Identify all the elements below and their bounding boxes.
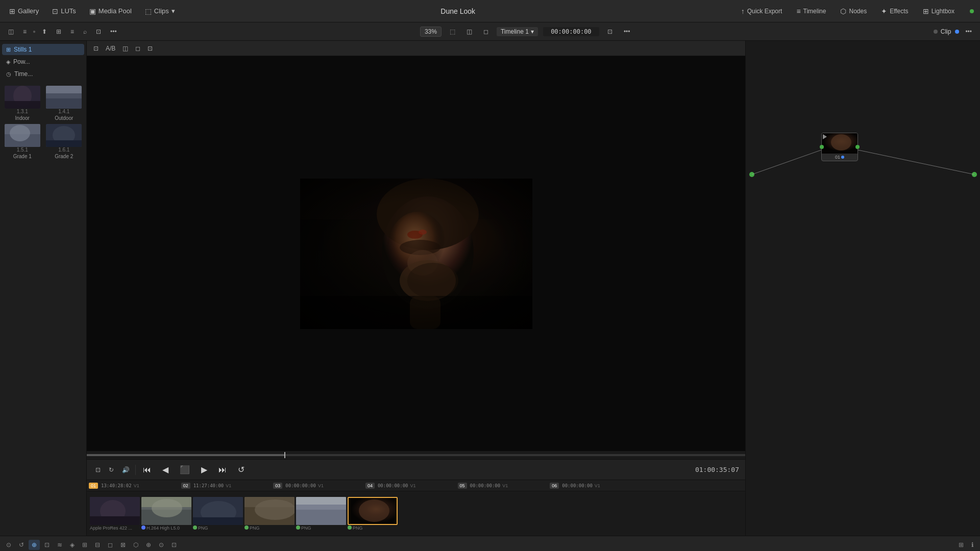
color-tool-btn8[interactable]: ⊟: [92, 540, 103, 550]
more-btn[interactable]: •••: [107, 27, 120, 37]
second-bar-more-btn[interactable]: •••: [962, 27, 975, 37]
top-bar-center: Dune Look: [182, 7, 734, 15]
still-item-outdoor[interactable]: 1.4.1 Outdoor: [45, 86, 84, 121]
audio-btn[interactable]: 🔊: [119, 465, 132, 475]
viewer-mode-btn2[interactable]: ◫: [463, 27, 475, 37]
grid-view-btn[interactable]: ⊞: [53, 27, 64, 37]
node-play-indicator: [823, 134, 827, 139]
playback-monitor-btn[interactable]: ⊡: [91, 43, 101, 54]
clip-thumb-05: [296, 497, 346, 525]
still-thumb-outdoor: [46, 86, 82, 109]
lightbox-menu-item[interactable]: ⊞ Lightbox: [920, 5, 958, 17]
color-tool-btn5[interactable]: ≋: [54, 540, 65, 550]
zoom-indicator[interactable]: 33%: [420, 27, 442, 37]
clip-cell-06[interactable]: PNG: [348, 497, 398, 531]
color-tool-btn3-active[interactable]: ⊕: [29, 540, 40, 550]
color-tool-btn14[interactable]: ⊡: [168, 540, 180, 550]
timeline-name-chevron: ▾: [531, 28, 534, 35]
color-tool-btn7[interactable]: ⊞: [79, 540, 90, 550]
loop2-btn[interactable]: ↺: [234, 463, 249, 477]
loop-btn[interactable]: ↻: [106, 465, 116, 475]
scrub-bar[interactable]: [87, 454, 745, 456]
still-thumb-grade1: [5, 124, 40, 147]
effects-label: Effects: [890, 8, 908, 15]
color-tool-info-btn[interactable]: ℹ: [968, 540, 977, 550]
view-toggle-btn[interactable]: ≡: [20, 27, 30, 37]
clips-menu-item[interactable]: ⬚ Clips ▾: [142, 5, 178, 17]
fit-btn[interactable]: ⊡: [93, 27, 104, 37]
clip-thumb-02: [141, 497, 191, 525]
second-bar-center: 33% ⬚ ◫ ◻ Timeline 1 ▾ 00:00:00:00 ⊡ •••: [123, 27, 930, 37]
node-blue-dot: [841, 156, 844, 159]
time-tab[interactable]: ◷ Time...: [2, 68, 84, 80]
viewer-frame: [87, 56, 745, 451]
still-thumb-grade2: [46, 124, 82, 147]
color-tool-btn9[interactable]: ◻: [105, 540, 116, 550]
playback-toolbar: ⊡ A/B ◫ ◻ ⊡: [87, 41, 745, 56]
clip-img-02: [141, 497, 191, 525]
color-tool-btn4[interactable]: ⊡: [41, 540, 53, 550]
color-tool-btn2[interactable]: ↺: [16, 540, 27, 550]
center-area: ⊡ A/B ◫ ◻ ⊡: [87, 41, 745, 536]
stills-tab[interactable]: ⊞ Stills 1: [2, 44, 84, 55]
viewer-extra-btn1[interactable]: ⊡: [604, 27, 616, 37]
stop-btn[interactable]: ⬛: [176, 463, 194, 477]
svg-rect-5: [46, 86, 82, 93]
color-tool-btn10[interactable]: ⊠: [117, 540, 129, 550]
color-tool-btn1[interactable]: ⊙: [3, 540, 14, 550]
effects-menu-item[interactable]: ✦ Effects: [878, 5, 911, 17]
nodes-menu-item[interactable]: ⬡ Nodes: [837, 5, 870, 17]
color-tool-btn13[interactable]: ⊙: [156, 540, 167, 550]
quick-export-icon: ↑: [741, 7, 745, 15]
still-image-grade1: [5, 124, 40, 147]
color-tool-expand-btn[interactable]: ⊞: [955, 540, 967, 550]
still-item-grade2[interactable]: 1.6.1 Grade 2: [45, 124, 84, 159]
viewer-mode-btn3[interactable]: ◻: [480, 27, 492, 37]
playback-split-btn[interactable]: ◫: [120, 43, 131, 54]
play-btn[interactable]: ▶: [197, 463, 211, 477]
still-thumb-indoor: [5, 86, 40, 109]
scrub-bar-container[interactable]: [87, 451, 745, 459]
left-panel: ⊞ Stills 1 ◈ Pow... ◷ Time...: [0, 41, 87, 536]
skip-start-btn[interactable]: ⏮: [139, 463, 155, 477]
timeline-clip-headers: 01 13:40:28:02 V1 02 11:27:40:00 V1 03 0…: [89, 483, 600, 489]
color-tool-btn12[interactable]: ⊕: [143, 540, 154, 550]
luts-menu-item[interactable]: ⊡ LUTs: [49, 5, 79, 17]
svg-rect-41: [296, 510, 346, 525]
clip-color-dot: [955, 30, 959, 34]
clip-cell-04[interactable]: PNG: [244, 497, 295, 531]
viewer-extra-btn2[interactable]: •••: [621, 27, 633, 37]
node-thumb: [822, 133, 857, 154]
time-tab-icon: ◷: [6, 71, 11, 78]
still-item-indoor[interactable]: 1.3.1 Indoor: [3, 86, 42, 121]
status-dot: [970, 9, 974, 13]
prev-frame-btn[interactable]: ◀: [158, 463, 173, 477]
playback-crop-btn[interactable]: ⊡: [145, 43, 155, 54]
playback-ab-btn[interactable]: A/B: [103, 43, 118, 54]
clip-cell-03[interactable]: PNG: [193, 497, 243, 531]
color-tool-btn6[interactable]: ◈: [67, 540, 78, 550]
still-item-grade1[interactable]: 1.5.1 Grade 1: [3, 124, 42, 159]
clip-cell-02[interactable]: H.264 High L5.0: [141, 497, 191, 531]
playback-highlight-btn[interactable]: ◻: [133, 43, 143, 54]
color-tool-btn11[interactable]: ⬡: [130, 540, 141, 550]
panel-toggle-btn[interactable]: ◫: [5, 27, 17, 37]
media-pool-menu-item[interactable]: ▣ Media Pool: [86, 5, 135, 17]
gallery-menu-item[interactable]: ⊞ Gallery: [6, 5, 42, 17]
timeline-menu-item[interactable]: ≡ Timeline: [793, 5, 829, 17]
clip-track-01: V1: [134, 483, 139, 488]
search-btn[interactable]: ⌕: [80, 27, 90, 37]
node-01[interactable]: 01: [821, 133, 858, 161]
viewer-mode-btn1[interactable]: ⬚: [447, 27, 458, 37]
pow-tab[interactable]: ◈ Pow...: [2, 56, 84, 67]
clip-cell-01[interactable]: Apple ProRes 422 ...: [90, 497, 140, 531]
clip-cell-05[interactable]: PNG: [296, 497, 346, 531]
list-view-btn[interactable]: ≡: [67, 27, 77, 37]
svg-point-33: [152, 499, 182, 517]
sort-btn[interactable]: ⬆: [39, 27, 50, 37]
monitor-select-btn[interactable]: ⊡: [93, 465, 103, 475]
timeline-name-indicator[interactable]: Timeline 1 ▾: [497, 27, 538, 36]
skip-end-btn[interactable]: ⏭: [214, 463, 231, 477]
quick-export-menu-item[interactable]: ↑ Quick Export: [738, 5, 786, 17]
clip-thumb-01: [90, 497, 140, 525]
